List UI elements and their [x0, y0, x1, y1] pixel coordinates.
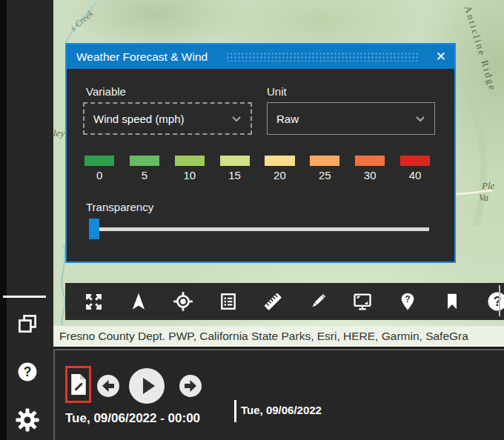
sidebar-separator	[3, 296, 46, 298]
measure-ruler-icon	[262, 291, 283, 312]
svg-text:?: ?	[24, 364, 32, 379]
expand-icon	[84, 292, 104, 312]
draw-pencil-button[interactable]	[296, 283, 341, 320]
north-arrow-button[interactable]	[116, 283, 162, 320]
variable-select[interactable]: Wind speed (mph)	[83, 102, 252, 135]
screen-button[interactable]	[340, 283, 385, 320]
legend-list-button[interactable]	[206, 283, 251, 320]
legend-swatch	[310, 156, 339, 166]
legend-value-label: 5	[130, 169, 159, 181]
legend-swatch	[220, 156, 250, 166]
legend-value-label: 0	[84, 169, 114, 181]
close-icon[interactable]: ✕	[436, 44, 446, 69]
locate-icon	[173, 291, 193, 312]
play-button[interactable]	[129, 368, 165, 404]
transparency-label: Transparency	[86, 201, 153, 213]
locate-button[interactable]	[161, 283, 206, 320]
duplicate-window-icon	[16, 313, 39, 335]
settings-button[interactable]	[13, 405, 42, 435]
legend-swatch	[84, 156, 114, 166]
map-label-valley-1: Ple	[482, 180, 494, 192]
measure-ruler-button[interactable]	[251, 283, 296, 320]
arrow-left-icon	[97, 375, 119, 397]
legend-swatch	[265, 156, 294, 166]
legend-list-icon	[219, 292, 238, 311]
expand-button[interactable]	[71, 283, 116, 320]
time-slider-panel	[53, 349, 504, 440]
toolbar-scrollbar[interactable]	[499, 285, 500, 316]
export-file-button[interactable]	[65, 366, 91, 403]
dialog-title: Weather Forecast & Wind	[76, 44, 208, 69]
weather-forecast-dialog: Weather Forecast & Wind ✕ Variable Unit …	[65, 43, 456, 263]
duplicate-window-button[interactable]	[13, 309, 42, 339]
left-sidebar: ?	[0, 0, 53, 440]
variable-label: Variable	[86, 85, 126, 98]
legend-value-label: 20	[265, 169, 294, 181]
help-icon: ?	[486, 290, 504, 313]
screen-icon	[352, 291, 373, 312]
unit-label: Unit	[267, 85, 287, 98]
next-step-button[interactable]	[179, 375, 202, 397]
identify-pin-button[interactable]: ?	[385, 283, 431, 320]
legend-labels: 05101520253040	[84, 169, 430, 181]
bookmark-button[interactable]	[430, 283, 475, 320]
timeline-marker-label: Tue, 09/06/2022	[241, 404, 322, 416]
titlebar-grip[interactable]	[226, 52, 419, 61]
map-attribution: Fresno County Dept. PWP, California Stat…	[53, 326, 504, 347]
north-arrow-icon	[129, 292, 148, 311]
gear-icon	[15, 407, 40, 433]
legend-value-label: 40	[400, 169, 430, 181]
transparency-thumb[interactable]	[89, 219, 99, 239]
svg-text:?: ?	[405, 294, 410, 304]
chevron-down-icon	[231, 116, 242, 122]
legend-swatch	[130, 156, 159, 166]
legend-value-label: 15	[220, 169, 250, 181]
previous-step-button[interactable]	[97, 375, 119, 397]
export-file-icon	[69, 373, 88, 396]
legend-swatch	[400, 156, 430, 166]
legend-value-label: 25	[310, 169, 339, 181]
draw-pencil-icon	[308, 292, 328, 311]
transparency-slider-track[interactable]	[89, 227, 429, 231]
identify-pin-icon: ?	[398, 292, 417, 311]
unit-select-value: Raw	[276, 113, 415, 125]
current-time-label: Tue, 09/06/2022 - 00:00	[65, 411, 200, 426]
sidebar-edge	[0, 0, 7, 440]
app-root: Anticline Ridge s Creek ley Ple Va ?	[0, 0, 504, 440]
legend-swatches	[84, 156, 430, 166]
map-toolbar: ? ?	[65, 283, 504, 320]
variable-select-value: Wind speed (mph)	[93, 113, 231, 125]
sidebar-help-button[interactable]: ?	[13, 357, 42, 387]
play-icon	[129, 368, 165, 404]
arrow-right-icon	[179, 375, 202, 397]
help-icon: ?	[16, 361, 39, 383]
map-label-valley-2: Va	[479, 192, 488, 204]
map-label-left-partial: ley	[53, 127, 64, 139]
timeline-marker-line	[234, 400, 236, 422]
legend-value-label: 30	[355, 169, 385, 181]
chevron-down-icon	[415, 116, 425, 122]
unit-select[interactable]: Raw	[267, 102, 435, 135]
bookmark-icon	[442, 292, 462, 311]
legend-swatch	[175, 156, 205, 166]
legend-swatch	[355, 156, 385, 166]
dialog-titlebar[interactable]: Weather Forecast & Wind ✕	[67, 44, 454, 69]
legend-value-label: 10	[175, 169, 205, 181]
